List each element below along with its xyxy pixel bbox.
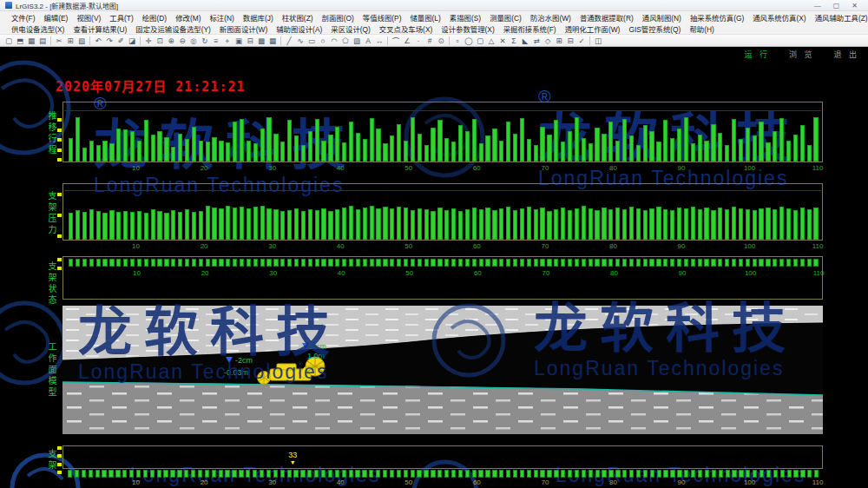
circle-icon[interactable]: ○: [318, 36, 328, 46]
toolbar-separator: [140, 36, 141, 45]
open-icon[interactable]: ⬒: [15, 36, 25, 46]
pan-icon[interactable]: ✛: [143, 36, 154, 46]
minimize-icon[interactable]: —: [814, 2, 821, 10]
info-icon[interactable]: ◫: [593, 36, 603, 46]
polyline-icon[interactable]: ∿: [295, 36, 306, 46]
chart-bar: [766, 142, 770, 162]
dimension-icon[interactable]: ↔: [374, 36, 385, 46]
print-icon[interactable]: ▤: [37, 36, 48, 46]
hatch-icon[interactable]: ▨: [352, 36, 362, 46]
chart-bar: [534, 145, 538, 162]
target-icon[interactable]: ⌖: [222, 36, 233, 46]
grid-icon[interactable]: #: [424, 36, 435, 46]
menu-item-r1-12[interactable]: 素描图(S): [445, 12, 485, 23]
cells-icon[interactable]: ⊞: [554, 36, 564, 46]
menu-item-r1-4[interactable]: 绘图(D): [138, 12, 171, 23]
run-button[interactable]: 运 行: [744, 49, 770, 60]
zoom-window-icon[interactable]: ⊡: [155, 36, 165, 46]
cut-icon[interactable]: ✂: [54, 36, 64, 46]
menu-item-r2-2[interactable]: 固定及运输设备选型(Y): [131, 23, 215, 34]
menu-item-r2-3[interactable]: 新图面设计(W): [215, 23, 272, 34]
slope-icon[interactable]: ◣: [520, 36, 530, 46]
chart-bar: [773, 131, 777, 162]
redo-icon[interactable]: ↷: [104, 36, 115, 46]
pressure-panel-label: 支架压力: [45, 186, 58, 241]
axis-tick-label: 40: [337, 242, 345, 250]
menu-item-r1-14[interactable]: 防治水图(W): [526, 12, 575, 23]
menu-item-r1-8[interactable]: 柱状图(Z): [278, 12, 318, 23]
text-icon[interactable]: A: [363, 36, 373, 46]
menu-item-r1-17[interactable]: 抽采系统仿真(G): [686, 12, 748, 23]
map-sheet-icon[interactable]: ▣: [233, 36, 244, 46]
menu-item-r2-5[interactable]: 采区设计(Q): [326, 23, 375, 34]
measure-icon[interactable]: ⌒: [391, 36, 401, 46]
sum-icon[interactable]: Σ: [509, 36, 519, 46]
menu-item-r1-9[interactable]: 剖面图(O): [318, 12, 358, 23]
menu-item-r2-7[interactable]: 设计参数管理(X): [437, 23, 498, 34]
menu-item-r2-8[interactable]: 采掘衔接系统(F): [499, 23, 561, 34]
menu-item-r1-1[interactable]: 编辑(E): [39, 12, 72, 23]
menu-item-r1-0[interactable]: 文件(F): [7, 12, 39, 23]
center-icon[interactable]: ⊙: [436, 36, 446, 46]
menu-item-r2-10[interactable]: GIS管控系统(Q): [624, 23, 685, 34]
browse-button[interactable]: 浏 览: [789, 49, 815, 60]
axis-tick-label: 90: [678, 242, 686, 250]
chart-bar: [472, 208, 477, 241]
zoom-out-icon[interactable]: ⊖: [177, 36, 187, 46]
refresh-icon[interactable]: ↻: [200, 36, 210, 46]
flip-icon[interactable]: ⇄: [531, 36, 542, 46]
check-icon[interactable]: ✓: [576, 36, 587, 46]
line-icon[interactable]: ╱: [284, 36, 294, 46]
menu-item-r2-1[interactable]: 查看计算结果(U): [69, 23, 131, 34]
copy-icon[interactable]: ⊞: [65, 36, 76, 46]
paste-icon[interactable]: ▧: [76, 36, 87, 46]
node-rect-icon[interactable]: ▢: [475, 36, 485, 46]
zoom-in-icon[interactable]: ⊕: [166, 36, 176, 46]
delete-icon[interactable]: ✕: [497, 36, 508, 46]
new-icon[interactable]: ▢: [3, 36, 14, 46]
map-canvas[interactable]: ® 龙软科技 LongRuan Technologies ® 龙软科技 Long…: [0, 47, 868, 488]
menu-item-r1-16[interactable]: 通风制图(N): [638, 12, 686, 23]
exit-button[interactable]: 退 出: [833, 49, 859, 60]
menu-item-r1-3[interactable]: 工具(T): [105, 12, 137, 23]
arc-icon[interactable]: ◠: [329, 36, 339, 46]
diamond-icon[interactable]: ◇: [542, 36, 553, 46]
status-square: [472, 259, 477, 267]
point-icon[interactable]: ·: [413, 36, 424, 46]
menu-item-r1-7[interactable]: 数据库(J): [239, 12, 278, 23]
close-icon[interactable]: ✕: [852, 2, 858, 10]
table-icon[interactable]: ▦: [267, 36, 278, 46]
menu-item-r1-11[interactable]: 储量图(L): [405, 12, 444, 23]
status-square: [233, 259, 237, 267]
menu-item-r1-6[interactable]: 标注(N): [205, 12, 238, 23]
status-square: [411, 470, 415, 478]
rect-icon[interactable]: ▭: [306, 36, 317, 46]
menu-item-r1-19[interactable]: 通风辅助工具(Z): [811, 12, 868, 23]
cells2-icon[interactable]: ⊟: [565, 36, 575, 46]
menu-item-r1-5[interactable]: 修改(M): [171, 12, 205, 23]
pen-icon[interactable]: ✐: [115, 36, 126, 46]
menu-item-r1-2[interactable]: 视图(V): [72, 12, 105, 23]
menu-item-r1-10[interactable]: 等值线图(P): [358, 12, 406, 23]
node-triangle-icon[interactable]: △: [486, 36, 496, 46]
menu-item-r2-4[interactable]: 辅助图设计(A): [272, 23, 326, 34]
layers-icon[interactable]: ≡: [211, 36, 221, 46]
menu-item-r2-9[interactable]: 透明化工作面(W): [561, 23, 625, 34]
eraser-icon[interactable]: ◪: [127, 36, 137, 46]
menu-item-r2-11[interactable]: 帮助(H): [685, 23, 718, 34]
restore-icon[interactable]: ▢: [833, 2, 840, 10]
menu-item-r2-6[interactable]: 交叉点及车场(X): [375, 23, 437, 34]
menu-item-r1-13[interactable]: 测量图(C): [485, 12, 526, 23]
menu-item-r2-0[interactable]: 供电设备选型(X): [7, 23, 69, 34]
zoom-extent-icon[interactable]: ◎: [188, 36, 199, 46]
menu-item-r1-18[interactable]: 通风系统仿真(X): [748, 12, 810, 23]
attach-icon[interactable]: ⊟: [245, 36, 255, 46]
angle-icon[interactable]: ∠: [402, 36, 412, 46]
polygon-icon[interactable]: ⬠: [340, 36, 351, 46]
image-icon[interactable]: ▩: [256, 36, 266, 46]
node-square-icon[interactable]: ▫: [452, 36, 463, 46]
menu-item-r1-15[interactable]: 普通数据提取(R): [575, 12, 638, 23]
save-icon[interactable]: ▦: [26, 36, 36, 46]
undo-icon[interactable]: ↶: [93, 36, 103, 46]
node-circle-icon[interactable]: ◯: [464, 36, 474, 46]
